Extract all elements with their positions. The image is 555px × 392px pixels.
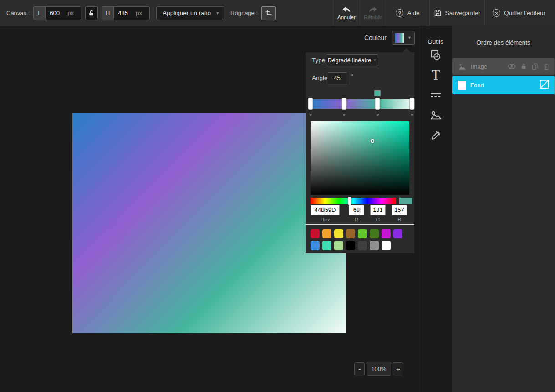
save-icon <box>434 9 442 17</box>
zoom-out-button[interactable]: - <box>354 362 365 375</box>
image-layer-icon <box>458 63 467 70</box>
save-button[interactable]: Sauvegarder <box>430 0 484 26</box>
delete-stop-icon[interactable]: × <box>342 112 346 118</box>
tools-panel-title: Outils <box>419 38 452 45</box>
palette-swatch[interactable] <box>311 241 320 250</box>
ratio-label: Appliquer un ratio <box>163 10 211 16</box>
aspect-lock-button[interactable] <box>85 6 98 20</box>
delete-stop-icon[interactable]: × <box>410 112 414 118</box>
quit-editor-button[interactable]: × Quitter l'éditeur <box>485 0 553 26</box>
duplicate-icon[interactable] <box>531 63 539 70</box>
width-prefix-label: L <box>34 7 46 20</box>
hue-slider[interactable] <box>311 198 396 204</box>
eyedropper-tool-button[interactable] <box>419 125 452 145</box>
redo-button[interactable]: Rétablir <box>360 0 386 26</box>
undo-button[interactable]: Annuler <box>333 0 360 26</box>
edit-background-icon[interactable] <box>539 79 550 91</box>
palette-row-2 <box>311 241 391 250</box>
canvas-width-group: L px <box>33 6 81 20</box>
shapes-icon <box>430 49 442 61</box>
palette-swatch[interactable] <box>393 229 402 238</box>
canvas-artboard[interactable] <box>72 113 346 333</box>
gradient-stop-handle[interactable] <box>410 98 415 110</box>
editor-root: Canvas : L px H px Appliquer un ratio ▼ <box>0 0 555 392</box>
palette-swatch[interactable] <box>334 229 343 238</box>
couleur-label: Couleur <box>364 34 387 41</box>
palette-swatch[interactable] <box>346 241 355 250</box>
height-unit-label: px <box>136 10 149 16</box>
green-label: G <box>370 217 386 222</box>
palette-swatch[interactable] <box>346 229 355 238</box>
open-padlock-icon <box>88 10 95 17</box>
hex-input[interactable] <box>311 205 340 215</box>
layer-row-image[interactable]: Image <box>452 58 555 75</box>
blue-input[interactable] <box>392 205 407 215</box>
delete-stop-icon[interactable]: × <box>309 112 312 118</box>
help-icon: ? <box>396 9 403 17</box>
hex-label: Hex <box>311 217 340 222</box>
angle-label: Angle <box>312 75 328 81</box>
chevron-down-icon: ▼ <box>215 11 219 15</box>
eyedropper-icon <box>430 130 441 141</box>
red-input[interactable] <box>349 205 364 215</box>
gradient-stops-bar[interactable]: ×××× <box>311 99 412 109</box>
image-tool-button[interactable] <box>419 105 452 125</box>
palette-swatch[interactable] <box>358 241 367 250</box>
hue-slider-handle[interactable] <box>348 197 351 205</box>
gradient-stop-handle[interactable] <box>308 98 313 110</box>
degree-symbol: ° <box>351 73 353 80</box>
shapes-tool-button[interactable] <box>419 45 452 65</box>
palette-swatch[interactable] <box>370 241 379 250</box>
image-tool-icon <box>430 109 442 121</box>
visibility-off-icon[interactable] <box>507 63 516 70</box>
zoom-controls: - 100% + <box>354 362 403 376</box>
color-dropdown-button[interactable]: ▼ <box>392 31 415 45</box>
blue-label: B <box>392 217 407 222</box>
lines-tool-button[interactable] <box>419 85 452 105</box>
zoom-in-button[interactable]: + <box>393 362 403 375</box>
tools-panel: Outils T <box>419 26 452 392</box>
color-picker-popover: Type Dégradé linéaire ▼ Angle ° ×××× <box>306 52 414 253</box>
canvas-height-group: H px <box>102 6 150 20</box>
color-control-row: Couleur ▼ <box>0 31 415 45</box>
palette-swatch[interactable] <box>311 229 320 238</box>
lock-icon[interactable] <box>520 63 527 70</box>
apply-ratio-dropdown[interactable]: Appliquer un ratio ▼ <box>156 6 224 20</box>
palette-swatch[interactable] <box>370 229 379 238</box>
type-label: Type <box>312 57 325 64</box>
zoom-level-value: 100% <box>367 362 391 376</box>
palette-swatch[interactable] <box>322 229 331 238</box>
redo-icon <box>368 6 378 14</box>
gradient-stop-handle[interactable] <box>375 98 380 110</box>
palette-swatch[interactable] <box>358 229 367 238</box>
help-button[interactable]: ? Aide <box>386 0 429 26</box>
trash-icon[interactable] <box>543 63 550 70</box>
angle-input[interactable] <box>327 72 347 84</box>
topbar-actions: Annuler Rétablir ? Aide S <box>333 0 555 26</box>
palette-swatch[interactable] <box>382 229 391 238</box>
delete-stop-icon[interactable]: × <box>376 112 379 118</box>
saturation-value-field[interactable] <box>311 121 409 195</box>
quit-label: Quitter l'éditeur <box>504 10 545 16</box>
green-input[interactable] <box>370 205 386 215</box>
gradient-type-dropdown[interactable]: Dégradé linéaire ▼ <box>326 54 378 66</box>
crop-button[interactable] <box>261 6 276 20</box>
gradient-type-value: Dégradé linéaire <box>328 57 371 64</box>
red-label: R <box>349 217 364 222</box>
canvas-width-input[interactable] <box>46 7 67 20</box>
help-label: Aide <box>407 10 419 16</box>
palette-swatch[interactable] <box>334 241 343 250</box>
fond-color-swatch <box>458 81 466 90</box>
palette-swatch[interactable] <box>322 241 331 250</box>
sv-cursor[interactable] <box>371 139 375 143</box>
canvas-height-input[interactable] <box>114 7 136 20</box>
layers-panel-title: Ordre des éléments <box>452 39 555 46</box>
gradient-stop-handle[interactable] <box>341 98 346 110</box>
layer-row-fond[interactable]: Fond <box>452 76 555 94</box>
text-tool-button[interactable]: T <box>419 65 452 85</box>
undo-label: Annuler <box>337 15 356 20</box>
palette-swatch[interactable] <box>382 241 391 250</box>
redo-label: Rétablir <box>364 15 382 20</box>
popover-notch <box>402 48 411 52</box>
gradient-preview-swatch <box>395 33 404 43</box>
